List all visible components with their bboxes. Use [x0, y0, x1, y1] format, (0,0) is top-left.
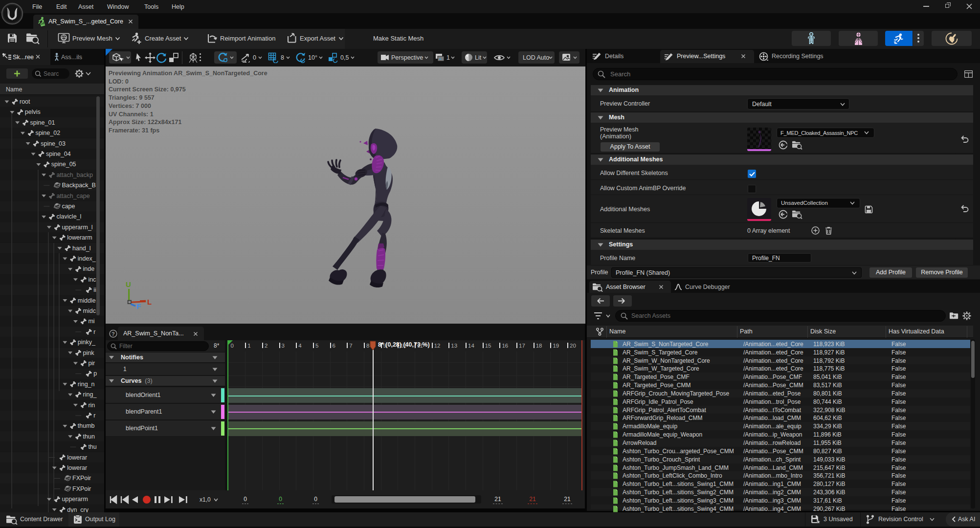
svg-text:thun: thun — [83, 433, 95, 440]
svg-text:Searc: Searc — [44, 70, 59, 77]
svg-text:F: F — [136, 302, 141, 309]
svg-text:spine_02: spine_02 — [35, 130, 60, 136]
svg-text:upperarm_l: upperarm_l — [62, 224, 92, 231]
svg-text:attach_backp: attach_backp — [57, 172, 93, 178]
svg-text:Ass...ils: Ass...ils — [61, 54, 82, 61]
svg-text:clavicle_l: clavicle_l — [57, 213, 82, 220]
svg-text:pinky_: pinky_ — [78, 339, 96, 346]
svg-text:L: L — [147, 298, 152, 306]
svg-text:r: r — [93, 329, 95, 335]
svg-text:Backpack_B: Backpack_B — [62, 182, 95, 189]
svg-text:ring_: ring_ — [83, 391, 97, 398]
svg-text:FXPoir: FXPoir — [72, 475, 91, 482]
svg-text:spine_04: spine_04 — [46, 151, 71, 157]
svg-text:rin: rin — [88, 402, 95, 409]
svg-text:index_: index_ — [78, 255, 96, 262]
svg-text:thu: thu — [88, 443, 96, 450]
svg-text:?: ? — [111, 331, 115, 337]
svg-text:dyn_cry: dyn_cry — [67, 506, 89, 512]
svg-text:mi: mi — [88, 318, 94, 325]
svg-text:U: U — [126, 280, 131, 288]
svg-text:middle: middle — [78, 297, 96, 304]
svg-text:ii: ii — [93, 286, 96, 293]
svg-text:attach_cape: attach_cape — [57, 193, 90, 199]
svg-text:r: r — [93, 412, 95, 419]
svg-text:pir: pir — [88, 360, 95, 367]
svg-text:lowerarm: lowerarm — [67, 234, 92, 241]
svg-text:upperarm: upperarm — [62, 496, 88, 503]
svg-text:inde: inde — [83, 265, 95, 272]
svg-text:thumb: thumb — [78, 422, 95, 429]
svg-text:spine_01: spine_01 — [30, 119, 55, 126]
svg-text:spine_03: spine_03 — [41, 140, 66, 147]
svg-text:pink: pink — [83, 350, 95, 356]
svg-text:inc: inc — [88, 276, 96, 283]
svg-text:FXPoir: FXPoir — [72, 485, 91, 492]
svg-text:root: root — [20, 98, 30, 105]
svg-text:spine_05: spine_05 — [51, 161, 76, 168]
svg-text:Name: Name — [6, 86, 22, 93]
svg-text:p: p — [93, 370, 97, 377]
svg-text:hand_l: hand_l — [72, 245, 91, 252]
svg-text:ring_n: ring_n — [78, 381, 95, 388]
svg-text:pelvis: pelvis — [25, 109, 41, 115]
svg-text:Sk...ree: Sk...ree — [13, 54, 34, 61]
svg-text:midc: midc — [83, 308, 96, 314]
svg-text:lowerar: lowerar — [67, 464, 87, 471]
svg-text:lowerar: lowerar — [67, 454, 87, 461]
svg-text:cape: cape — [62, 203, 75, 210]
